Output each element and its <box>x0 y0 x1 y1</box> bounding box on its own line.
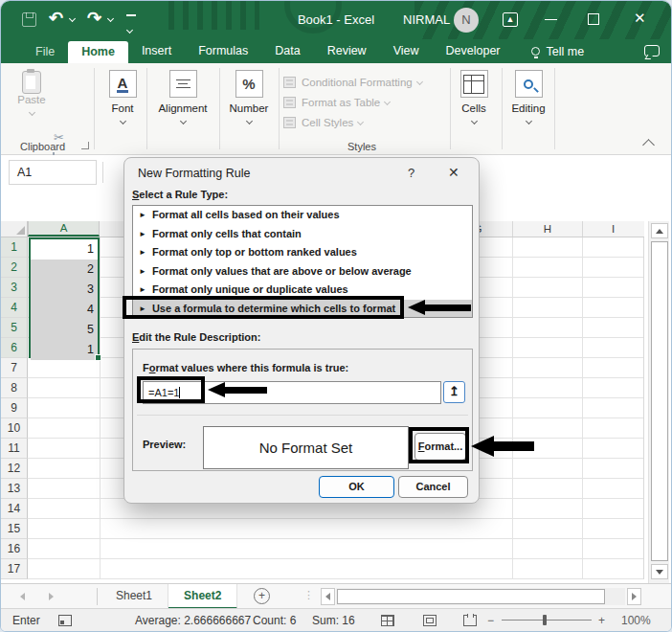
avatar[interactable]: N <box>454 8 479 33</box>
add-sheet-button[interactable]: + <box>254 588 270 604</box>
annotation-arrow-formula <box>208 382 267 397</box>
tab-scrollbar-divider[interactable]: ⋮ <box>303 589 315 601</box>
font-group-button[interactable]: A Font <box>100 70 146 125</box>
ribbon: Paste ✂ Clipboard A Font Alignment % Num… <box>1 63 672 155</box>
rule-type-item[interactable]: ►Format all cells based on their values <box>133 206 472 225</box>
row-header-12[interactable]: 12 <box>1 459 28 479</box>
column-header-i[interactable]: I <box>582 221 643 237</box>
cell-a1[interactable]: 1 <box>31 239 98 260</box>
horizontal-scrollbar[interactable] <box>336 588 625 605</box>
row-header-7[interactable]: 7 <box>1 358 28 378</box>
column-header-a[interactable]: A <box>28 221 100 237</box>
chevron-down-icon <box>384 99 391 105</box>
tab-insert[interactable]: Insert <box>128 39 185 63</box>
zoom-in-button[interactable]: + <box>598 614 605 627</box>
account-name[interactable]: NIRMAL <box>403 12 450 27</box>
row-header-1[interactable]: 1 <box>1 237 28 258</box>
status-sum: Sum: 16 <box>312 614 355 627</box>
row-header-4[interactable]: 4 <box>1 298 28 318</box>
row-header-5[interactable]: 5 <box>1 318 28 338</box>
undo-dropdown-icon[interactable] <box>69 15 76 22</box>
rule-type-item[interactable]: ►Format only top or bottom ranked values <box>133 243 472 262</box>
collapse-dialog-button[interactable]: ↥ <box>443 381 465 403</box>
row-header-11[interactable]: 11 <box>1 439 28 459</box>
editing-group-button[interactable]: Editing <box>504 70 552 125</box>
customize-quick-access-icon[interactable] <box>126 14 136 36</box>
row-header-9[interactable]: 9 <box>1 398 28 418</box>
comment-icon[interactable] <box>644 45 660 56</box>
hscroll-right-button[interactable] <box>627 588 641 605</box>
sheet-tab-sheet2[interactable]: Sheet2 <box>168 584 237 609</box>
select-all-corner[interactable] <box>1 221 28 237</box>
fill-handle[interactable] <box>95 354 101 361</box>
styles-item-label: Conditional Formatting <box>302 77 413 88</box>
cell-a6[interactable]: 1 <box>31 340 98 360</box>
annotation-box-format-button <box>409 427 469 463</box>
save-icon[interactable] <box>22 12 36 27</box>
cancel-button[interactable]: Cancel <box>398 476 468 498</box>
horizontal-scrollbar-thumb[interactable] <box>337 589 605 604</box>
cell-a3[interactable]: 3 <box>31 280 98 300</box>
page-break-view-button[interactable] <box>463 615 477 626</box>
sheet-tab-sheet1[interactable]: Sheet1 <box>101 584 168 609</box>
cell-a2[interactable]: 2 <box>31 260 98 280</box>
maximize-button[interactable] <box>588 13 599 25</box>
clipboard-dialog-launcher-icon[interactable] <box>81 142 89 149</box>
row-header-3[interactable]: 3 <box>1 278 28 298</box>
tab-data[interactable]: Data <box>261 39 313 63</box>
row-header-14[interactable]: 14 <box>1 499 28 519</box>
rule-arrow-icon: ► <box>139 230 146 238</box>
name-box[interactable]: A1 <box>9 160 97 185</box>
vertical-scrollbar[interactable] <box>648 221 669 583</box>
page-layout-view-button[interactable] <box>423 615 437 626</box>
undo-icon[interactable]: ↶ <box>49 8 63 29</box>
scroll-down-button[interactable] <box>651 564 668 579</box>
zoom-out-button[interactable]: − <box>487 614 494 627</box>
row-header-6[interactable]: 6 <box>1 338 28 358</box>
sheet-nav-right-icon[interactable] <box>49 593 54 600</box>
tell-me[interactable]: Tell me <box>531 45 585 58</box>
redo-dropdown-icon[interactable] <box>107 15 114 22</box>
minimize-button[interactable] <box>545 19 557 20</box>
close-button[interactable]: ✕ <box>634 10 646 27</box>
column-header-h[interactable]: H <box>512 221 582 237</box>
scroll-up-button[interactable] <box>651 223 668 238</box>
status-bar: Enter Average: 2.666666667 Count: 6 Sum:… <box>1 608 672 632</box>
ok-button[interactable]: OK <box>319 476 394 498</box>
tab-file[interactable]: File <box>22 40 68 63</box>
tab-review[interactable]: Review <box>314 39 380 63</box>
dialog-help-button[interactable]: ? <box>408 166 414 180</box>
row-header-2[interactable]: 2 <box>1 258 28 278</box>
cells-group-button[interactable]: Cells <box>453 70 495 125</box>
macro-record-icon[interactable] <box>58 615 72 626</box>
sheet-nav-left-icon[interactable] <box>20 593 25 600</box>
cell-a4[interactable]: 4 <box>31 300 98 320</box>
collapse-ribbon-icon[interactable] <box>642 139 655 151</box>
col-a-cells: 123451 <box>31 239 98 360</box>
zoom-level[interactable]: 100% <box>621 614 651 627</box>
tab-home[interactable]: Home <box>68 41 128 63</box>
vertical-scrollbar-thumb[interactable] <box>651 241 668 561</box>
tab-formulas[interactable]: Formulas <box>185 39 261 63</box>
tab-view[interactable]: View <box>380 39 433 63</box>
ribbon-display-options-icon[interactable]: ▲ <box>503 12 518 27</box>
zoom-slider-thumb[interactable] <box>543 615 547 625</box>
tab-developer[interactable]: Developer <box>433 39 514 63</box>
row-header-17[interactable]: 17 <box>1 559 28 579</box>
row-header-15[interactable]: 15 <box>1 519 28 539</box>
annotation-arrow-rule <box>408 300 471 315</box>
hscroll-left-button[interactable] <box>321 588 335 605</box>
row-header-16[interactable]: 16 <box>1 539 28 559</box>
rule-type-item[interactable]: ►Format only cells that contain <box>133 225 472 244</box>
row-header-10[interactable]: 10 <box>1 418 28 439</box>
edit-rule-description-label: Edit the Rule Description: <box>132 331 260 343</box>
redo-icon[interactable]: ↷ <box>87 8 101 29</box>
rule-type-item[interactable]: ►Format only values that are above or be… <box>133 262 472 282</box>
alignment-group-button[interactable]: Alignment <box>150 70 215 125</box>
normal-view-button[interactable] <box>381 615 394 626</box>
dialog-close-button[interactable]: ✕ <box>448 165 459 180</box>
number-group-button[interactable]: % Number <box>221 70 277 125</box>
cell-a5[interactable]: 5 <box>31 320 98 340</box>
row-header-13[interactable]: 13 <box>1 479 28 499</box>
row-header-8[interactable]: 8 <box>1 378 28 398</box>
